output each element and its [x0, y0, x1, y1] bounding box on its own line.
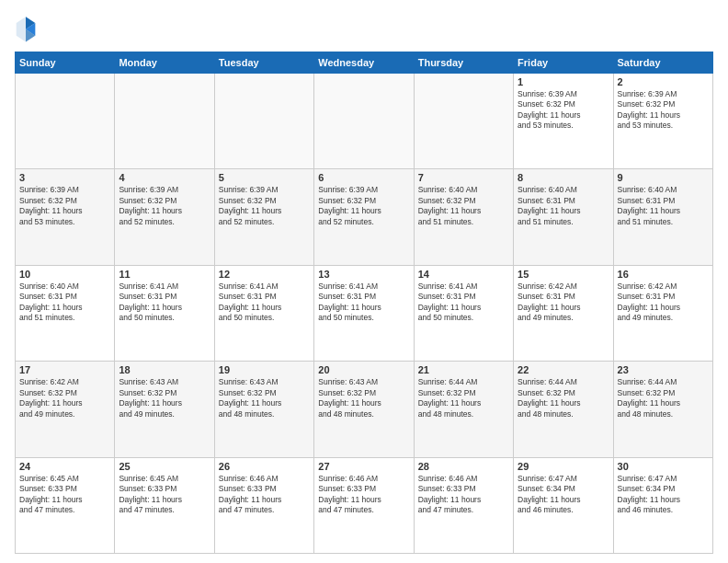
day-info: Sunrise: 6:41 AM Sunset: 6:31 PM Dayligh… — [418, 282, 509, 324]
day-info: Sunrise: 6:39 AM Sunset: 6:32 PM Dayligh… — [19, 185, 110, 227]
calendar-day: 26Sunrise: 6:46 AM Sunset: 6:33 PM Dayli… — [214, 457, 313, 553]
day-number: 5 — [219, 172, 310, 183]
day-number: 9 — [618, 172, 709, 183]
calendar-day: 29Sunrise: 6:47 AM Sunset: 6:34 PM Dayli… — [514, 457, 613, 553]
calendar-day: 14Sunrise: 6:41 AM Sunset: 6:31 PM Dayli… — [414, 265, 513, 361]
day-number: 3 — [19, 172, 110, 183]
day-number: 25 — [119, 461, 210, 472]
calendar-day: 25Sunrise: 6:45 AM Sunset: 6:33 PM Dayli… — [115, 457, 214, 553]
calendar-day: 6Sunrise: 6:39 AM Sunset: 6:32 PM Daylig… — [314, 169, 414, 265]
calendar-day: 13Sunrise: 6:41 AM Sunset: 6:31 PM Dayli… — [314, 265, 414, 361]
day-info: Sunrise: 6:43 AM Sunset: 6:32 PM Dayligh… — [219, 377, 310, 419]
day-info: Sunrise: 6:43 AM Sunset: 6:32 PM Dayligh… — [119, 377, 210, 419]
day-info: Sunrise: 6:47 AM Sunset: 6:34 PM Dayligh… — [518, 474, 609, 516]
calendar-day: 5Sunrise: 6:39 AM Sunset: 6:32 PM Daylig… — [214, 169, 313, 265]
day-info: Sunrise: 6:41 AM Sunset: 6:31 PM Dayligh… — [219, 282, 310, 324]
day-info: Sunrise: 6:44 AM Sunset: 6:32 PM Dayligh… — [518, 377, 609, 419]
day-number: 19 — [219, 364, 310, 375]
day-info: Sunrise: 6:40 AM Sunset: 6:31 PM Dayligh… — [518, 185, 609, 227]
calendar-day: 7Sunrise: 6:40 AM Sunset: 6:32 PM Daylig… — [414, 169, 513, 265]
day-info: Sunrise: 6:46 AM Sunset: 6:33 PM Dayligh… — [318, 474, 409, 516]
day-number: 30 — [618, 461, 709, 472]
day-number: 22 — [518, 364, 609, 375]
day-number: 11 — [119, 269, 210, 280]
day-header-monday: Monday — [115, 52, 214, 74]
calendar-day: 21Sunrise: 6:44 AM Sunset: 6:32 PM Dayli… — [414, 362, 513, 457]
day-info: Sunrise: 6:39 AM Sunset: 6:32 PM Dayligh… — [618, 89, 709, 132]
calendar-day: 27Sunrise: 6:46 AM Sunset: 6:33 PM Dayli… — [314, 457, 414, 553]
calendar-day: 1Sunrise: 6:39 AM Sunset: 6:32 PM Daylig… — [514, 74, 613, 169]
calendar-day: 10Sunrise: 6:40 AM Sunset: 6:31 PM Dayli… — [16, 265, 115, 361]
calendar-day: 2Sunrise: 6:39 AM Sunset: 6:32 PM Daylig… — [613, 74, 712, 169]
day-info: Sunrise: 6:41 AM Sunset: 6:31 PM Dayligh… — [119, 282, 210, 324]
day-header-sunday: Sunday — [16, 52, 115, 74]
day-info: Sunrise: 6:47 AM Sunset: 6:34 PM Dayligh… — [618, 474, 709, 516]
day-number: 26 — [219, 461, 310, 472]
day-number: 14 — [418, 269, 509, 280]
calendar-day: 20Sunrise: 6:43 AM Sunset: 6:32 PM Dayli… — [314, 362, 414, 457]
logo-icon — [15, 15, 37, 42]
day-info: Sunrise: 6:39 AM Sunset: 6:32 PM Dayligh… — [518, 89, 609, 132]
day-number: 2 — [618, 76, 709, 87]
calendar-day: 24Sunrise: 6:45 AM Sunset: 6:33 PM Dayli… — [16, 457, 115, 553]
day-number: 23 — [618, 364, 709, 375]
day-header-wednesday: Wednesday — [314, 52, 414, 74]
calendar-header-row: SundayMondayTuesdayWednesdayThursdayFrid… — [16, 52, 713, 74]
day-number: 13 — [318, 269, 409, 280]
day-info: Sunrise: 6:44 AM Sunset: 6:32 PM Dayligh… — [418, 377, 509, 419]
header — [15, 15, 713, 42]
calendar-day: 3Sunrise: 6:39 AM Sunset: 6:32 PM Daylig… — [16, 169, 115, 265]
day-header-friday: Friday — [514, 52, 613, 74]
day-info: Sunrise: 6:42 AM Sunset: 6:32 PM Dayligh… — [19, 377, 110, 419]
day-info: Sunrise: 6:44 AM Sunset: 6:32 PM Dayligh… — [618, 377, 709, 419]
day-number: 21 — [418, 364, 509, 375]
calendar-day: 4Sunrise: 6:39 AM Sunset: 6:32 PM Daylig… — [115, 169, 214, 265]
logo — [15, 15, 40, 42]
day-number: 10 — [19, 269, 110, 280]
calendar-day: 17Sunrise: 6:42 AM Sunset: 6:32 PM Dayli… — [16, 362, 115, 457]
calendar-day: 11Sunrise: 6:41 AM Sunset: 6:31 PM Dayli… — [115, 265, 214, 361]
day-number: 28 — [418, 461, 509, 472]
calendar-day: 16Sunrise: 6:42 AM Sunset: 6:31 PM Dayli… — [613, 265, 712, 361]
day-info: Sunrise: 6:45 AM Sunset: 6:33 PM Dayligh… — [119, 474, 210, 516]
calendar-week-row: 10Sunrise: 6:40 AM Sunset: 6:31 PM Dayli… — [16, 265, 713, 361]
day-number: 27 — [318, 461, 409, 472]
day-info: Sunrise: 6:40 AM Sunset: 6:31 PM Dayligh… — [618, 185, 709, 227]
day-info: Sunrise: 6:46 AM Sunset: 6:33 PM Dayligh… — [418, 474, 509, 516]
day-info: Sunrise: 6:43 AM Sunset: 6:32 PM Dayligh… — [318, 377, 409, 419]
calendar-day — [16, 74, 115, 169]
calendar-week-row: 1Sunrise: 6:39 AM Sunset: 6:32 PM Daylig… — [16, 74, 713, 169]
calendar-day — [214, 74, 313, 169]
calendar-table: SundayMondayTuesdayWednesdayThursdayFrid… — [15, 52, 713, 554]
day-header-tuesday: Tuesday — [214, 52, 313, 74]
day-number: 15 — [518, 269, 609, 280]
day-info: Sunrise: 6:41 AM Sunset: 6:31 PM Dayligh… — [318, 282, 409, 324]
day-number: 6 — [318, 172, 409, 183]
calendar-week-row: 17Sunrise: 6:42 AM Sunset: 6:32 PM Dayli… — [16, 362, 713, 457]
day-header-saturday: Saturday — [613, 52, 712, 74]
calendar-day: 15Sunrise: 6:42 AM Sunset: 6:31 PM Dayli… — [514, 265, 613, 361]
calendar-day: 22Sunrise: 6:44 AM Sunset: 6:32 PM Dayli… — [514, 362, 613, 457]
day-number: 17 — [19, 364, 110, 375]
calendar-day: 12Sunrise: 6:41 AM Sunset: 6:31 PM Dayli… — [214, 265, 313, 361]
day-info: Sunrise: 6:40 AM Sunset: 6:31 PM Dayligh… — [19, 282, 110, 324]
day-info: Sunrise: 6:40 AM Sunset: 6:32 PM Dayligh… — [418, 185, 509, 227]
day-info: Sunrise: 6:39 AM Sunset: 6:32 PM Dayligh… — [318, 185, 409, 227]
calendar-day: 23Sunrise: 6:44 AM Sunset: 6:32 PM Dayli… — [613, 362, 712, 457]
calendar-day: 18Sunrise: 6:43 AM Sunset: 6:32 PM Dayli… — [115, 362, 214, 457]
calendar-week-row: 3Sunrise: 6:39 AM Sunset: 6:32 PM Daylig… — [16, 169, 713, 265]
calendar-day — [414, 74, 513, 169]
day-number: 18 — [119, 364, 210, 375]
day-number: 20 — [318, 364, 409, 375]
day-info: Sunrise: 6:46 AM Sunset: 6:33 PM Dayligh… — [219, 474, 310, 516]
calendar-day: 19Sunrise: 6:43 AM Sunset: 6:32 PM Dayli… — [214, 362, 313, 457]
day-number: 8 — [518, 172, 609, 183]
day-info: Sunrise: 6:42 AM Sunset: 6:31 PM Dayligh… — [518, 282, 609, 324]
day-number: 7 — [418, 172, 509, 183]
calendar-day: 9Sunrise: 6:40 AM Sunset: 6:31 PM Daylig… — [613, 169, 712, 265]
calendar-day — [314, 74, 414, 169]
day-info: Sunrise: 6:39 AM Sunset: 6:32 PM Dayligh… — [219, 185, 310, 227]
calendar-week-row: 24Sunrise: 6:45 AM Sunset: 6:33 PM Dayli… — [16, 457, 713, 553]
day-number: 24 — [19, 461, 110, 472]
calendar-day — [115, 74, 214, 169]
